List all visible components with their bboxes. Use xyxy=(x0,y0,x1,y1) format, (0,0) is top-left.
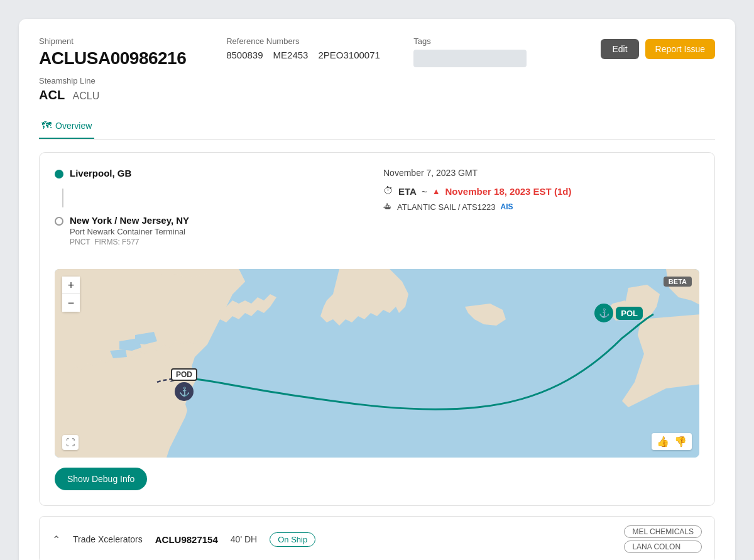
steamship-name: ACL xyxy=(39,88,65,102)
cargo-tag-1: MEL CHEMICALS xyxy=(624,525,702,538)
edit-button[interactable]: Edit xyxy=(601,39,638,59)
map-container: + − ⛶ BETA POD ⚓ ⚓ POL xyxy=(55,269,699,458)
pod-anchor-icon: ⚓ xyxy=(175,382,194,401)
shipment-content-card: Liverpool, GB New York / New Jerse xyxy=(39,152,715,506)
tags-label: Tags xyxy=(413,36,588,46)
thumbs-up-button[interactable]: 👍 xyxy=(657,436,669,447)
fullscreen-icon: ⛶ xyxy=(66,437,75,447)
origin-city: Liverpool, GB xyxy=(70,168,131,178)
destination-codes: PNCT FIRMS: F577 xyxy=(70,238,189,246)
zoom-in-button[interactable]: + xyxy=(62,277,80,294)
map-feedback: 👍 👎 xyxy=(652,433,692,450)
cargo-container-id: ACLU9827154 xyxy=(155,534,218,545)
vessel-icon: ⛴ xyxy=(383,202,392,212)
vessel-name: ATLANTIC SAIL / ATS1223 xyxy=(397,202,496,212)
pod-marker: POD ⚓ xyxy=(171,368,197,401)
steamship-label: Steamship Line xyxy=(39,76,214,85)
cargo-status-badge: On Ship xyxy=(270,532,315,547)
cargo-container-type: 40' DH xyxy=(231,534,257,544)
destination-dot xyxy=(55,217,63,226)
tags-input[interactable] xyxy=(413,50,527,67)
eta-arrow-icon: ▲ xyxy=(432,187,440,196)
zoom-out-button[interactable]: − xyxy=(62,294,80,312)
clock-icon: ⏱ xyxy=(383,185,393,197)
cargo-company: Trade Xcelerators xyxy=(73,534,143,544)
ref-number-1: 8500839 xyxy=(226,50,263,60)
ais-badge: AIS xyxy=(501,202,513,211)
destination-city: New York / New Jersey, NY xyxy=(70,215,189,226)
tabs-bar: 🗺 Overview xyxy=(39,115,715,140)
route-left: Liverpool, GB New York / New Jerse xyxy=(55,168,371,256)
cargo-tags: MEL CHEMICALS LANA COLON xyxy=(624,525,702,553)
pol-anchor-icon: ⚓ xyxy=(594,304,613,322)
reference-label: Reference Numbers xyxy=(226,36,401,46)
ref-number-2: ME2453 xyxy=(273,50,309,60)
shipment-id: ACLUSA00986216 xyxy=(39,48,214,69)
destination-terminal: Port Newark Container Terminal xyxy=(70,227,189,236)
pod-label: POD xyxy=(171,368,197,381)
pol-label: POL xyxy=(616,307,643,320)
pol-marker: ⚓ POL xyxy=(594,304,643,322)
expand-icon[interactable]: ⌃ xyxy=(52,534,60,546)
eta-date: November 18, 2023 EST (1d) xyxy=(445,186,572,197)
ref-number-3: 2PEO3100071 xyxy=(318,50,380,60)
overview-icon: 🗺 xyxy=(41,120,52,131)
steamship-code: ACLU xyxy=(73,91,100,101)
tab-overview-label: Overview xyxy=(55,121,92,131)
cargo-tag-2: LANA COLON xyxy=(624,541,702,553)
eta-tilde: ~ xyxy=(422,186,427,197)
beta-badge: BETA xyxy=(664,277,692,287)
cargo-row: ⌃ Trade Xcelerators ACLU9827154 40' DH O… xyxy=(39,516,715,560)
fullscreen-button[interactable]: ⛶ xyxy=(62,435,79,450)
route-line xyxy=(62,189,63,207)
origin-date: November 7, 2023 GMT xyxy=(383,168,699,178)
thumbs-down-button[interactable]: 👎 xyxy=(674,436,687,447)
debug-button[interactable]: Show Debug Info xyxy=(55,468,147,490)
eta-label: ETA xyxy=(398,186,417,197)
shipment-label: Shipment xyxy=(39,36,214,46)
tab-overview[interactable]: 🗺 Overview xyxy=(39,115,94,139)
map-zoom-controls: + − xyxy=(62,277,80,312)
origin-dot xyxy=(55,170,63,178)
report-issue-button[interactable]: Report Issue xyxy=(645,39,715,59)
route-right: November 7, 2023 GMT ⏱ ETA ~ ▲ November … xyxy=(383,168,699,256)
